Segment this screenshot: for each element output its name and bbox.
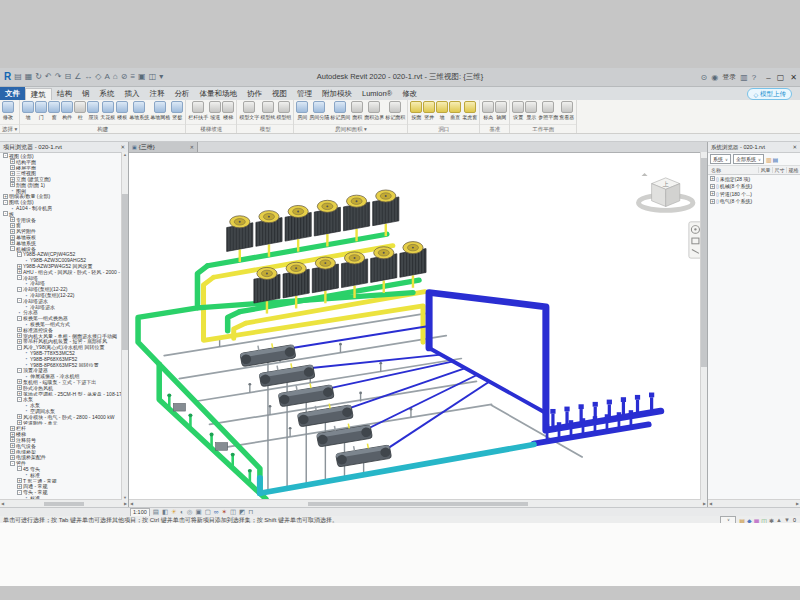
account-icon[interactable]: ◉ [711,73,718,82]
tree-expand-icon[interactable]: + [3,194,8,199]
view-dropdown[interactable]: 系统∨ [710,154,731,164]
ribbon-button-楼板[interactable]: 楼板 [116,101,128,120]
ribbon-tab-钢[interactable]: 钢 [77,87,95,100]
drawing-canvas[interactable]: 上 [129,153,707,499]
tree-expand-icon[interactable]: + [17,391,22,396]
tree-expand-icon[interactable]: - [3,200,8,205]
ribbon-button-标高[interactable]: 标高 [482,101,494,120]
tree-expand-icon[interactable]: + [17,339,22,344]
ribbon-tab-注释[interactable]: 注释 [145,87,170,100]
system-browser-horizontal-scrollbar[interactable]: ◀ ▶ [708,499,800,507]
ribbon-button-垂直[interactable]: 垂直 [449,101,461,120]
ribbon-tab-分析[interactable]: 分析 [170,87,195,100]
minimize-button[interactable]: – [766,73,770,82]
tree-expand-icon[interactable]: + [10,426,15,431]
ribbon-tab-管理[interactable]: 管理 [292,87,317,100]
tree-expand-icon[interactable]: + [17,478,22,483]
aligned-dimension-icon[interactable]: ↔ [84,72,92,82]
tree-expand-icon[interactable]: + [17,269,22,274]
tree-expand-icon[interactable]: + [710,199,715,204]
ribbon-button-按面[interactable]: 按面 [410,101,422,120]
tree-expand-icon[interactable]: + [10,217,15,222]
tree-expand-icon[interactable]: + [710,184,715,189]
redo-icon[interactable]: ↷ [55,72,62,82]
tree-expand-icon[interactable]: + [10,437,15,442]
thin-lines-icon[interactable]: ≡ [130,72,135,82]
ribbon-button-查看器[interactable]: 查看器 [559,101,574,120]
ribbon-button-幕墙系统[interactable]: 幕墙系统 [129,101,149,120]
undo-icon[interactable]: ↶ [45,72,52,82]
ribbon-tab-文件[interactable]: 文件 [0,87,25,100]
search-icon[interactable]: ⊙ [701,73,708,82]
tree-item[interactable]: +风冷模块 - 电气 - 卧式 - 2800 - 14000 kW [0,414,122,420]
tree-item[interactable]: +落地式空调机 - 25CM-H 型 - 蒸发盘 - 108-175-CN [0,391,122,397]
ribbon-tab-修改[interactable]: 修改 [397,87,422,100]
tree-expand-icon[interactable]: + [17,385,22,390]
ribbon-tab-插入[interactable]: 插入 [120,87,145,100]
tree-expand-icon[interactable]: - [17,287,22,292]
close-icon[interactable]: ✕ [120,144,125,150]
ribbon-button-墙[interactable]: 墙 [22,101,34,120]
tree-expand-icon[interactable]: - [3,211,8,216]
tree-expand-icon[interactable]: - [17,368,22,373]
filter-icon[interactable]: ▼ [784,517,790,524]
viewcube-home-icon[interactable] [642,173,648,176]
design-options-icon[interactable]: ◆ [747,517,752,524]
ribbon-button-模型文字[interactable]: 模型文字 [239,101,259,120]
tree-expand-icon[interactable]: + [17,420,22,425]
view-tab-3d[interactable]: ▣ {三维} ✕ [129,142,198,152]
ribbon-tab-Lumion®[interactable]: Lumion® [357,87,397,100]
tree-expand-icon[interactable]: - [17,345,22,350]
ribbon-button-设置[interactable]: 设置 [512,101,524,120]
tree-expand-icon[interactable]: - [10,246,15,251]
open-file-icon[interactable]: ▤ [14,72,22,82]
help-icon[interactable]: ? [752,73,756,82]
piping-filter-icon[interactable]: ▤ [773,156,779,163]
filter-dropdown[interactable]: 全部系统∨ [733,154,764,164]
chiller-units[interactable] [239,340,392,467]
pipe-return-cyan[interactable] [260,445,534,494]
tree-expand-icon[interactable]: + [10,455,15,460]
system-browser-header[interactable]: 系统浏览器 - 020-1.rvt ✕ [708,142,800,153]
ribbon-button-天花板[interactable]: 天花板 [100,101,115,120]
select-toggle-icon[interactable]: ▲ [776,517,782,524]
customize-qat-icon[interactable]: ▾ [159,72,163,82]
ribbon-button-窗[interactable]: 窗 [48,101,60,120]
tree-expand-icon[interactable]: + [10,171,15,176]
scroll-left-icon[interactable]: ◀ [709,501,712,506]
column-header-风量[interactable]: 风量 [758,167,772,173]
scroll-right-icon[interactable]: ▶ [796,501,799,506]
tree-expand-icon[interactable]: + [10,235,15,240]
model-upload-button[interactable]: ◇ 模型上传 [747,88,792,100]
project-browser-vertical-scrollbar[interactable]: ▲ ▼ [121,152,128,500]
tree-item[interactable]: +AHU - 组合式 - 回风段 - 卧式 - 轻风 - 2000 - 30..… [0,269,122,275]
ribbon-button-面积[interactable]: 面积 [351,101,363,120]
background-process-icon[interactable]: ✱ [769,517,774,524]
system-browser-row[interactable]: +▯管道(180 个...) [708,190,800,198]
workset-status-icon[interactable]: ▤ [739,517,745,524]
maximize-button[interactable]: ▢ [777,73,785,82]
tree-expand-icon[interactable]: - [3,153,8,158]
system-browser-row[interactable]: +▯机械(8 个系统) [708,183,800,191]
ribbon-button-墙[interactable]: 墙 [436,101,448,120]
ribbon-tab-建筑[interactable]: 建筑 [25,88,52,100]
tree-expand-icon[interactable]: - [17,466,22,471]
tree-expand-icon[interactable]: + [710,176,715,181]
scroll-up-icon[interactable]: ▲ [122,152,128,157]
ribbon-button-面积边界[interactable]: 面积边界 [364,101,384,120]
column-header-规格[interactable]: 规格 [786,167,800,173]
tree-expand-icon[interactable]: + [10,159,15,164]
ribbon-button-坡道[interactable]: 坡道 [209,101,221,120]
scroll-left-icon[interactable]: ◀ [130,501,133,506]
tree-expand-icon[interactable]: + [17,379,22,384]
ribbon-button-标记面积[interactable]: 标记面积 [385,101,405,120]
project-browser-horizontal-scrollbar[interactable]: ◀ ▶ [0,499,128,507]
exchange-apps-icon[interactable]: ▥ [740,73,748,82]
links-icon[interactable]: ◫ [761,517,767,524]
tree-expand-icon[interactable]: - [17,397,22,402]
viewcube[interactable]: 上 [639,173,693,210]
project-browser-header[interactable]: 项目浏览器 - 020-1.rvt ✕ [0,142,128,153]
tree-expand-icon[interactable]: + [10,165,15,170]
save-icon[interactable]: ▦ [25,72,33,82]
ribbon-button-构件[interactable]: 构件 [61,101,73,120]
